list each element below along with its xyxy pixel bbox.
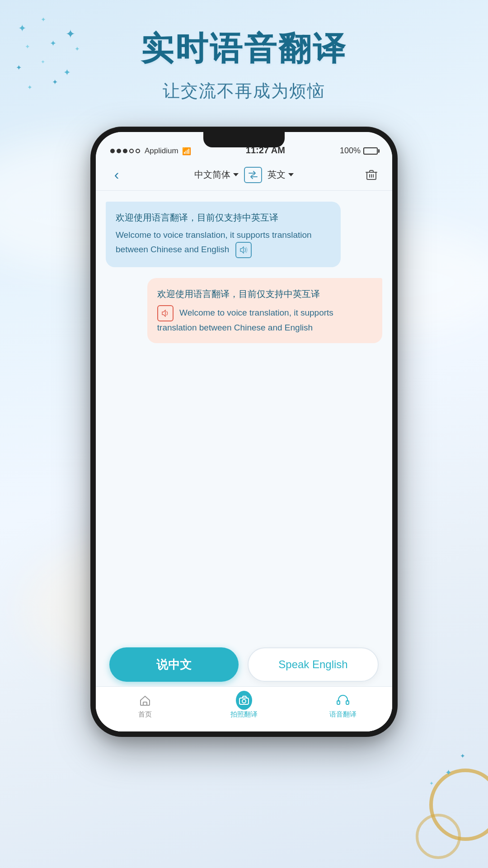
camera-icon [236, 692, 252, 708]
header: 实时语音翻译 让交流不再成为烦恼 [0, 0, 488, 103]
gold-circle-large [429, 769, 488, 841]
gold-circle-small [416, 814, 461, 859]
source-lang-arrow [233, 173, 239, 176]
phone-notch [203, 132, 285, 147]
target-lang-arrow [288, 173, 294, 176]
carrier-name: Applidium [145, 146, 178, 156]
status-right: 100% [340, 146, 378, 156]
audio-play-right[interactable] [157, 305, 174, 321]
message-bubble-right: 欢迎使用语言翻译，目前仅支持中英互译 Welcome to voice tran… [147, 278, 382, 344]
nav-center: 中文简体 英文 [125, 167, 363, 183]
speak-chinese-label: 说中文 [156, 657, 192, 673]
status-left: Applidium 📶 [110, 146, 191, 156]
signal-dot-1 [110, 149, 115, 153]
bubble-left-chinese: 欢迎使用语言翻译，目前仅支持中英互译 [116, 211, 331, 224]
headphones-icon [335, 692, 351, 708]
battery-icon [363, 147, 378, 155]
wifi-icon: 📶 [182, 147, 191, 156]
target-lang-selector[interactable]: 英文 [267, 169, 294, 181]
sparkle-br-3: ✦ [429, 780, 434, 787]
speak-chinese-button[interactable]: 说中文 [109, 647, 239, 682]
speak-english-label: Speak English [278, 658, 347, 671]
home-icon [137, 692, 153, 708]
speak-english-button[interactable]: Speak English [248, 647, 379, 682]
phone-screen: Applidium 📶 11:27 AM 100% ‹ [96, 132, 392, 731]
signal-dot-2 [117, 149, 121, 153]
nav-bar: ‹ 中文简体 [96, 159, 392, 191]
bottom-buttons: 说中文 Speak English [96, 647, 392, 682]
sub-title: 让交流不再成为烦恼 [0, 80, 488, 103]
sparkle-br-1: ✦ [445, 768, 452, 778]
delete-button[interactable] [363, 167, 380, 183]
tab-camera-label: 拍照翻译 [230, 710, 258, 719]
tab-home-label: 首页 [138, 710, 152, 719]
bubble-left-english: Welcome to voice translation, it support… [116, 229, 331, 258]
battery-percent: 100% [340, 146, 361, 156]
swap-languages-button[interactable] [244, 167, 262, 183]
bottom-decoration: ✦ ✦ ✦ [398, 778, 488, 868]
message-bubble-left: 欢迎使用语言翻译，目前仅支持中英互译 Welcome to voice tran… [106, 202, 341, 267]
svg-rect-5 [143, 702, 147, 705]
target-lang-label: 英文 [267, 169, 286, 181]
sparkle-br-2: ✦ [460, 752, 465, 760]
tab-bar: 首页 拍照翻译 [96, 686, 392, 731]
tab-camera[interactable]: 拍照翻译 [195, 692, 294, 719]
tab-home[interactable]: 首页 [96, 692, 195, 719]
signal-dot-3 [123, 149, 127, 153]
bubble-right-english: Welcome to voice translation, it support… [157, 305, 372, 335]
phone-frame: Applidium 📶 11:27 AM 100% ‹ [90, 127, 398, 737]
tab-voice-label: 语音翻译 [329, 710, 357, 719]
source-lang-label: 中文简体 [194, 169, 230, 181]
bubble-right-chinese: 欢迎使用语言翻译，目前仅支持中英互译 [157, 287, 372, 301]
source-lang-selector[interactable]: 中文简体 [194, 169, 239, 181]
main-title: 实时语音翻译 [0, 27, 488, 71]
back-button[interactable]: ‹ [108, 167, 125, 183]
phone-mockup: Applidium 📶 11:27 AM 100% ‹ [90, 127, 398, 737]
signal-dot-5 [136, 149, 140, 153]
signal-dot-4 [129, 149, 134, 153]
svg-point-7 [242, 699, 246, 703]
audio-play-left[interactable] [235, 242, 252, 258]
tab-voice[interactable]: 语音翻译 [293, 692, 392, 719]
